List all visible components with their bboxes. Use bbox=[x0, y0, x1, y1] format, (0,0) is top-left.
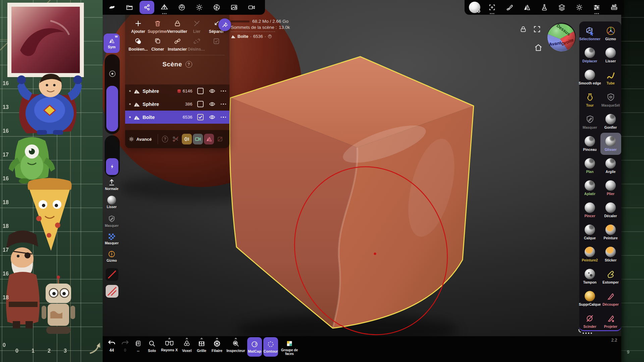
tool-supprcalque[interactable]: SupprCalque bbox=[580, 288, 600, 310]
tool-calque[interactable]: Calque bbox=[580, 221, 600, 243]
item-menu-icon[interactable] bbox=[221, 117, 226, 118]
tool-sticker[interactable]: Sticker bbox=[600, 243, 621, 265]
tool-plier[interactable]: Plier bbox=[600, 177, 621, 199]
tool-gizmo[interactable]: Gizmo bbox=[600, 22, 621, 44]
shortcut-masquer-shield[interactable]: Masquer bbox=[104, 215, 120, 228]
interface-sliders-icon[interactable] bbox=[589, 0, 604, 15]
tool-tube[interactable]: Tube bbox=[600, 66, 621, 88]
item-menu-icon[interactable] bbox=[221, 104, 226, 105]
camera-toggle[interactable] bbox=[193, 134, 203, 144]
scene-graph-icon[interactable] bbox=[140, 1, 154, 14]
voxel-button[interactable]: Voxel bbox=[180, 337, 194, 353]
link-button[interactable]: Lier bbox=[187, 19, 207, 34]
experimental-icon[interactable] bbox=[537, 0, 552, 15]
multiselect-checkbox[interactable] bbox=[197, 101, 204, 107]
advanced-gear-icon[interactable] bbox=[128, 136, 135, 142]
disabled-option-icon[interactable] bbox=[215, 134, 225, 144]
tool-smooth-edge[interactable]: Smooth edge bbox=[580, 66, 600, 88]
tool-decouper[interactable]: Découper bbox=[600, 288, 621, 310]
redo-button[interactable]: 0 bbox=[119, 337, 131, 353]
tool-tour[interactable]: Tour bbox=[580, 88, 600, 111]
advanced-label[interactable]: Avancé bbox=[137, 137, 152, 142]
intensity-bolt[interactable] bbox=[106, 158, 118, 175]
alpha-none-button[interactable] bbox=[106, 285, 118, 298]
shortcut-gizmo[interactable]: Gizmo bbox=[104, 250, 120, 262]
contour-button-active[interactable]: Contour bbox=[263, 337, 278, 357]
grille-button[interactable]: Grille bbox=[195, 337, 209, 353]
canvas-size-icon[interactable] bbox=[485, 0, 499, 15]
scene-object-box[interactable] bbox=[230, 57, 474, 328]
tool-plan[interactable]: Plan bbox=[580, 155, 600, 177]
tool-estomper[interactable]: Estomper bbox=[600, 265, 621, 288]
boolean-button[interactable]: Booléen... bbox=[128, 37, 148, 52]
radius-toggle-icon[interactable] bbox=[108, 69, 117, 78]
scene-item-sphere-1[interactable]: Sphère 6146 bbox=[125, 84, 229, 98]
item-menu-icon[interactable] bbox=[221, 90, 226, 92]
visibility-eye-icon[interactable] bbox=[209, 88, 215, 94]
tool-masquer[interactable]: Masquer bbox=[580, 111, 600, 133]
filaire-button[interactable]: Filaire bbox=[209, 337, 225, 353]
scene-item-sphere-2[interactable]: Sphère 386 bbox=[125, 98, 229, 111]
camera-lock-button[interactable] bbox=[520, 25, 527, 33]
instance-button[interactable]: Instancier bbox=[168, 37, 187, 52]
background-image-icon[interactable] bbox=[227, 0, 241, 15]
tool-projeter[interactable]: Projeter bbox=[600, 310, 621, 332]
shortcut-lisser[interactable]: Lisser bbox=[104, 196, 120, 209]
symmetry-toggle-button[interactable]: W Sym bbox=[104, 34, 120, 53]
tool-deplacer[interactable]: Déplacer bbox=[580, 44, 600, 66]
tool-pincer[interactable]: Pincer bbox=[580, 199, 600, 221]
validate-cut-icon[interactable] bbox=[171, 134, 181, 144]
uninstance-button[interactable]: Désinstancier bbox=[187, 37, 207, 52]
light-toggle[interactable] bbox=[182, 134, 192, 144]
shortcut-masquer-texture[interactable]: Masquer bbox=[104, 233, 120, 245]
symmetry-icon[interactable] bbox=[520, 0, 534, 15]
inspecteur-button[interactable]: Inspecteur bbox=[225, 337, 246, 353]
solo-button[interactable]: Solo bbox=[145, 337, 159, 353]
tool-glisser-selected[interactable]: Glisser bbox=[600, 133, 621, 155]
fullscreen-button[interactable] bbox=[533, 25, 541, 33]
tool-lisser[interactable]: Lisser bbox=[600, 44, 621, 66]
tool-aplatir[interactable]: Aplatir bbox=[580, 177, 600, 199]
paint-icon[interactable] bbox=[502, 0, 517, 15]
rayonsx-button[interactable]: Rayons X bbox=[160, 337, 179, 352]
tool-argile[interactable]: Argile bbox=[600, 155, 621, 177]
facegroups-button[interactable]: Groupe de faces bbox=[279, 337, 300, 356]
topology-icon[interactable] bbox=[157, 0, 172, 15]
tool-selectionner[interactable]: Sélectionner bbox=[580, 22, 600, 44]
validate-button[interactable] bbox=[207, 37, 226, 52]
intensity-slider[interactable] bbox=[105, 54, 120, 134]
multiselect-checkbox[interactable] bbox=[197, 88, 204, 94]
lighting-icon[interactable] bbox=[192, 0, 207, 15]
mirror-toggle[interactable] bbox=[204, 134, 214, 144]
tool-peinture2[interactable]: Peinture2 bbox=[580, 243, 600, 265]
matcap-button-active[interactable]: MatCap bbox=[247, 337, 262, 357]
falloff-none-button[interactable] bbox=[106, 268, 118, 281]
visibility-eye-icon[interactable] bbox=[209, 102, 215, 107]
clone-button[interactable]: Cloner bbox=[148, 37, 167, 52]
delete-button[interactable]: Supprimer bbox=[148, 19, 167, 34]
camera-icon[interactable] bbox=[244, 0, 259, 15]
tool-masquesel[interactable]: MasqueSél bbox=[600, 88, 621, 111]
tool-gonfler[interactable]: Gonfler bbox=[600, 111, 621, 133]
postprocess-icon[interactable] bbox=[209, 0, 224, 15]
nomad-logo-icon[interactable] bbox=[105, 0, 119, 15]
sidebar-drag-handle[interactable] bbox=[578, 328, 593, 335]
home-view-button[interactable] bbox=[534, 43, 543, 52]
slider-fill[interactable] bbox=[106, 86, 118, 131]
matcap-preview-icon[interactable] bbox=[467, 0, 482, 15]
lock-button[interactable]: Verrouiller bbox=[168, 19, 187, 34]
help-icon[interactable]: ? bbox=[185, 61, 192, 68]
tool-decaler[interactable]: Décaler bbox=[600, 199, 621, 221]
view-orientation-cube[interactable]: Dessus Avant Droite bbox=[546, 22, 577, 52]
shortcut-normale[interactable]: Normale bbox=[104, 178, 120, 191]
advanced-help-icon[interactable]: ? bbox=[162, 136, 168, 142]
files-icon[interactable] bbox=[122, 0, 137, 15]
tool-tampon[interactable]: Tampon bbox=[580, 265, 600, 288]
layers-icon[interactable] bbox=[554, 0, 569, 15]
scene-item-box-selected[interactable]: Boîte 6536 bbox=[125, 111, 229, 124]
toolbox-icon[interactable] bbox=[607, 0, 622, 15]
visibility-eye-icon[interactable] bbox=[209, 115, 215, 120]
multiselect-checkbox-checked[interactable] bbox=[197, 114, 204, 120]
tool-peinture[interactable]: Peinture bbox=[600, 221, 621, 243]
notes-button[interactable]: -- bbox=[132, 337, 144, 353]
